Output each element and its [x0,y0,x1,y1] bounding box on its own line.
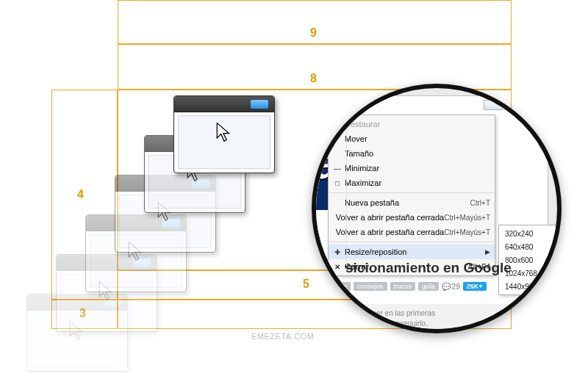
resize-icon: ✚ [330,248,345,256]
cursor-icon [216,123,232,145]
system-context-menu: Restaurar Mover Tamaño —Minimizar □Maxim… [328,115,495,276]
comment-icon: 💬 [442,283,451,291]
layout-label-5: 5 [303,278,309,291]
close-icon: ✕ [330,263,345,271]
layout-label-4: 4 [77,188,84,201]
menu-item-reabrir-pestana-2[interactable]: Volver a abrir pestaña cerradaCtrl+Mayús… [329,225,495,239]
share-badge[interactable]: 25K+ [463,282,487,291]
layout-label-8: 8 [310,72,317,85]
window-controls [484,100,542,113]
menu-item-nueva-pestana[interactable]: Nueva pestañaCtrl+T [329,195,495,210]
tag[interactable]: consejos [354,282,387,291]
page-headline: sicionamiento en Google [345,260,512,276]
tag[interactable]: guía [418,282,439,291]
menu-item-minimizar[interactable]: —Minimizar [329,161,495,175]
menu-item-mover[interactable]: Mover [329,131,495,146]
menu-item-maximizar[interactable]: □Maximizar [329,175,495,190]
tags-row: le consejos trucos guía 💬29 25K+ [338,282,487,291]
resolution-option[interactable]: 640x480 [499,240,556,253]
maximize-icon: □ [330,179,345,187]
tag[interactable]: trucos [390,282,416,291]
resolution-option[interactable]: 320x240 [499,227,556,240]
comment-count[interactable]: 💬29 [442,283,460,291]
layout-label-9: 9 [310,26,317,40]
close-button[interactable] [523,100,542,110]
minimize-icon: — [330,164,345,173]
menu-item-resize-reposition[interactable]: ✚Resize/reposition▶ [329,245,495,259]
submenu-arrow-icon: ▶ [485,248,490,256]
menu-item-reabrir-pestana-1[interactable]: Volver a abrir pestaña cerradaCtrl+Mayús… [329,210,495,225]
magnifier-lens: ab Restaurar Mover Tamaño —Minimizar □Ma… [312,84,562,333]
minimize-button[interactable] [484,100,503,110]
menu-item-tamano[interactable]: Tamaño [329,146,495,161]
menu-item-restaurar[interactable]: Restaurar [329,117,495,131]
resolution-option[interactable]: 1440x900 [499,280,556,293]
mini-window-1 [173,95,275,173]
watermark: EMEZETA.COM [251,332,314,341]
